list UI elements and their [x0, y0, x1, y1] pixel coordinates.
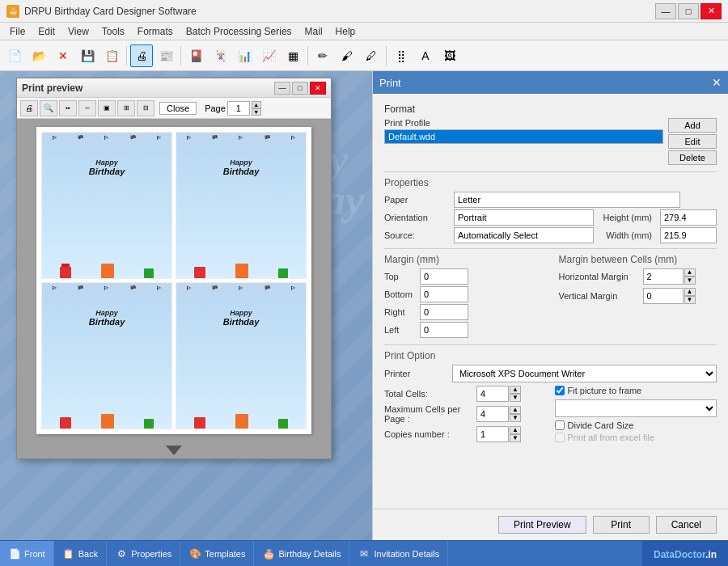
preview-layout2[interactable]: ▫▫ [78, 100, 96, 116]
vert-spin-down[interactable]: ▼ [684, 296, 696, 304]
paper-input[interactable] [454, 192, 680, 208]
datadr-logo: DataDoctor.in [642, 541, 728, 566]
print-preview-button[interactable]: Print Preview [498, 516, 586, 534]
edit-profile-button[interactable]: Edit [668, 134, 717, 149]
status-invitation[interactable]: ✉ Invitation Details [349, 541, 448, 566]
design5-button[interactable]: ▦ [281, 44, 304, 67]
cancel-button[interactable]: Cancel [656, 516, 717, 534]
menu-help[interactable]: Help [329, 24, 362, 39]
open-button[interactable]: 📂 [28, 44, 50, 67]
preview-zoom-icon[interactable]: 🔍 [40, 100, 57, 116]
barcode-button[interactable]: ⣿ [390, 44, 413, 67]
add-profile-button[interactable]: Add [668, 118, 717, 133]
total-cells-input[interactable] [476, 386, 509, 402]
menu-batch[interactable]: Batch Processing Series [180, 24, 298, 39]
max-spin-up[interactable]: ▲ [510, 406, 521, 414]
preview-layout4[interactable]: ⊞ [117, 100, 135, 116]
max-cells-input[interactable] [476, 406, 509, 422]
fit-picture-checkbox[interactable] [555, 386, 565, 395]
preview-page-input[interactable] [227, 101, 250, 116]
printer-row: Printer Microsoft XPS Document Writer [384, 365, 717, 382]
close-file-button[interactable]: ✕ [52, 44, 74, 67]
preview-layout1[interactable]: ▪▪ [59, 100, 77, 116]
vertical-margin-input[interactable] [643, 288, 684, 304]
between-cells-col: Margin between Cells (mm) Horizontal Mar… [559, 254, 717, 340]
print-preview-window: Print preview — □ ✕ 🖨 🔍 ▪▪ ▫▫ ▣ ⊞ ⊟ Clos… [16, 78, 332, 459]
menu-formats[interactable]: Formats [131, 24, 180, 39]
design2-button[interactable]: 🃏 [209, 44, 231, 67]
fit-picture-dropdown[interactable] [555, 399, 717, 417]
close-button[interactable]: ✕ [700, 3, 722, 19]
preview-layout3[interactable]: ▣ [98, 100, 116, 116]
preview-minimize[interactable]: — [274, 82, 290, 95]
preview-layout5[interactable]: ⊟ [137, 100, 154, 116]
menu-edit[interactable]: Edit [32, 24, 61, 39]
main-area: Happy Birthday Print preview — □ ✕ 🖨 🔍 [0, 71, 728, 540]
horizontal-margin-input[interactable] [643, 268, 684, 285]
copies-spin-down[interactable]: ▼ [510, 434, 521, 442]
brush-button[interactable]: 🖌 [336, 44, 358, 67]
max-spin-down[interactable]: ▼ [510, 414, 521, 422]
preview-print-icon[interactable]: 🖨 [20, 100, 38, 116]
top-input[interactable] [420, 268, 468, 285]
new-button[interactable]: 📄 [3, 44, 26, 67]
status-front[interactable]: 📄 Front [0, 541, 54, 566]
height-input[interactable] [660, 209, 717, 226]
printer-select[interactable]: Microsoft XPS Document Writer [452, 365, 717, 382]
text-button[interactable]: ✏ [311, 44, 334, 67]
design3-button[interactable]: 📊 [233, 44, 256, 67]
horiz-spin-up[interactable]: ▲ [684, 268, 696, 277]
source-input[interactable] [454, 227, 594, 243]
width-input[interactable] [660, 227, 717, 243]
profile-item[interactable]: Default.wdd [385, 130, 662, 143]
image-button[interactable]: 🖼 [438, 44, 461, 67]
vert-spin-up[interactable]: ▲ [684, 288, 696, 296]
preview-paper: 🏳🏴🏳🏴🏳 Happy Birthday [36, 127, 311, 434]
print2-button[interactable]: 📰 [154, 44, 177, 67]
design1-button[interactable]: 🎴 [184, 44, 207, 67]
preview-page-up[interactable]: ▲ [252, 101, 261, 108]
paper-label: Paper [384, 195, 449, 205]
menu-view[interactable]: View [61, 24, 95, 39]
delete-profile-button[interactable]: Delete [668, 150, 717, 165]
back-label: Back [78, 549, 98, 559]
print-button[interactable]: 🖨 [130, 44, 153, 67]
save-button[interactable]: 💾 [76, 44, 99, 67]
profile-list[interactable]: Default.wdd [384, 129, 663, 144]
right-input[interactable] [420, 304, 468, 320]
preview-page-down[interactable]: ▼ [252, 108, 261, 116]
bottom-input[interactable] [420, 286, 468, 302]
total-spin-up[interactable]: ▲ [510, 386, 521, 394]
status-back[interactable]: 📋 Back [54, 541, 107, 566]
minimize-button[interactable]: — [655, 3, 676, 19]
printer-label: Printer [384, 369, 449, 378]
left-input[interactable] [420, 322, 468, 338]
status-properties[interactable]: ⚙ Properties [107, 541, 180, 566]
preview-title: Print preview [22, 82, 83, 94]
print-excel-checkbox[interactable] [555, 433, 565, 442]
status-templates[interactable]: 🎨 Templates [180, 541, 254, 566]
save-as-button[interactable]: 📋 [100, 44, 123, 67]
paint-button[interactable]: 🖊 [360, 44, 383, 67]
menu-tools[interactable]: Tools [95, 24, 131, 39]
copies-spin-up[interactable]: ▲ [510, 426, 521, 434]
preview-maximize[interactable]: □ [292, 82, 308, 95]
print-dialog: Print ✕ Format Print Profile Default.wdd… [372, 71, 728, 540]
design4-button[interactable]: 📈 [257, 44, 280, 67]
divide-card-checkbox[interactable] [555, 420, 565, 430]
status-birthday-details[interactable]: 🎂 Birthday Details [254, 541, 349, 566]
divide-card-label: Divide Card Size [568, 420, 634, 430]
preview-close-button[interactable]: Close [159, 102, 197, 115]
maximize-button[interactable]: □ [678, 3, 699, 19]
horiz-spin-down[interactable]: ▼ [684, 277, 696, 285]
preview-toolbar: 🖨 🔍 ▪▪ ▫▫ ▣ ⊞ ⊟ Close Page ▲ ▼ [17, 98, 331, 119]
preview-close-btn[interactable]: ✕ [310, 82, 326, 95]
menu-file[interactable]: File [3, 24, 32, 39]
menu-mail[interactable]: Mail [298, 24, 329, 39]
total-spin-down[interactable]: ▼ [510, 394, 521, 402]
print-button[interactable]: Print [593, 516, 650, 534]
font-button[interactable]: A [414, 44, 437, 67]
dialog-close-button[interactable]: ✕ [712, 76, 722, 89]
orientation-input[interactable] [454, 209, 594, 226]
copies-input[interactable] [476, 426, 509, 442]
